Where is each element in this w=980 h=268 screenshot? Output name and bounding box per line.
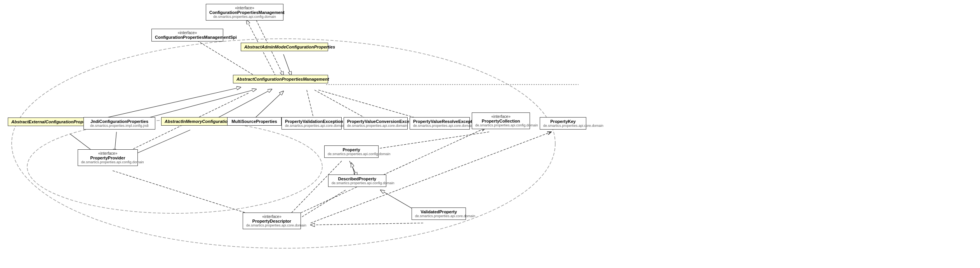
classname-prop-val-exc: PropertyValidationException bbox=[285, 119, 338, 124]
classname-described-property: DescribedProperty bbox=[332, 176, 383, 181]
stereotype-prop-collection: «interface» bbox=[475, 114, 526, 119]
svg-line-32 bbox=[283, 161, 342, 221]
stereotype-spi: «interface» bbox=[155, 31, 220, 35]
svg-line-31 bbox=[291, 128, 485, 217]
node-property: Property de.smartics.properties.api.conf… bbox=[324, 145, 379, 158]
node-prop-collection: «interface» PropertyCollection de.smarti… bbox=[472, 112, 530, 129]
package-prop-conv-exc: de.smartics.properties.api.core.domain bbox=[347, 124, 404, 128]
package-config-props-mgmt: de.smartics.properties.api.config.domain bbox=[209, 15, 280, 19]
package-prop-resolve-exc: de.smartics.properties.api.core.domain bbox=[413, 124, 466, 128]
diagram-container: «interface» ConfigurationPropertiesManag… bbox=[0, 0, 980, 268]
node-config-props-mgmt-spi: «interface» ConfigurationPropertiesManag… bbox=[151, 29, 223, 41]
classname-jndi: JndiConfigurationProperties bbox=[87, 119, 152, 124]
node-described-property: DescribedProperty de.smartics.properties… bbox=[328, 175, 386, 187]
classname-prop-collection: PropertyCollection bbox=[475, 119, 526, 123]
package-jndi: de.smartics.properties.impl.config.jndi bbox=[87, 124, 152, 128]
classname-prop-conv-exc: PropertyValueConversionException bbox=[347, 119, 404, 124]
svg-line-22 bbox=[295, 190, 346, 221]
node-prop-key: PropertyKey de.smartics.properties.api.c… bbox=[540, 117, 586, 130]
stereotype-config-props-mgmt: «interface» bbox=[209, 6, 280, 10]
classname-prop-provider: PropertyProvider bbox=[81, 156, 134, 160]
package-property: de.smartics.properties.api.config.domain bbox=[328, 152, 375, 156]
svg-line-6 bbox=[283, 54, 291, 76]
node-prop-descriptor: «interface» PropertyDescriptor de.smarti… bbox=[243, 213, 301, 229]
node-multisource: MultiSourceProperties bbox=[227, 117, 281, 126]
node-prop-validation-exc: PropertyValidationException de.smartics.… bbox=[281, 117, 342, 130]
package-prop-collection: de.smartics.properties.api.config.domain bbox=[475, 123, 526, 127]
classname-prop-key: PropertyKey bbox=[543, 119, 583, 124]
svg-line-20 bbox=[349, 161, 357, 176]
node-prop-provider: «interface» PropertyProvider de.smartics… bbox=[78, 149, 138, 166]
package-prop-val-exc: de.smartics.properties.api.core.domain bbox=[285, 124, 338, 128]
node-jndi: JndiConfigurationProperties de.smartics.… bbox=[83, 117, 155, 130]
classname-prop-descriptor: PropertyDescriptor bbox=[246, 219, 297, 223]
node-abstract-admin: AbstractAdminModeConfigurationProperties bbox=[241, 43, 328, 51]
node-validated-property: ValidatedProperty de.smartics.properties… bbox=[412, 207, 466, 220]
classname-property: Property bbox=[328, 147, 375, 152]
package-prop-key: de.smartics.properties.api.core.domain bbox=[543, 124, 583, 128]
package-described-property: de.smartics.properties.api.config.domain bbox=[332, 181, 383, 185]
node-prop-resolve-exc: PropertyValueResolveException de.smartic… bbox=[410, 117, 470, 130]
package-prop-provider: de.smartics.properties.api.config.domain bbox=[81, 160, 134, 164]
svg-line-23 bbox=[373, 132, 489, 149]
classname-abstract-config: AbstractConfigurationPropertiesManagemen… bbox=[236, 77, 325, 81]
classname-multisource: MultiSourceProperties bbox=[231, 119, 278, 124]
svg-line-26 bbox=[311, 223, 423, 225]
classname-config-props-mgmt: ConfigurationPropertiesManagement bbox=[209, 10, 280, 15]
classname-validated-property: ValidatedProperty bbox=[415, 209, 462, 214]
node-prop-conv-exc: PropertyValueConversionException de.smar… bbox=[344, 117, 408, 130]
package-validated-property: de.smartics.properties.api.core.domain bbox=[415, 214, 462, 218]
classname-prop-resolve-exc: PropertyValueResolveException bbox=[413, 119, 466, 124]
svg-point-3 bbox=[27, 120, 322, 213]
stereotype-prop-descriptor: «interface» bbox=[246, 214, 297, 219]
package-prop-descriptor: de.smartics.properties.api.core.domain bbox=[246, 223, 297, 227]
classname-spi: ConfigurationPropertiesManagementSpi bbox=[155, 35, 220, 40]
diagram-svg bbox=[0, 0, 980, 268]
node-abstract-config-mgmt: AbstractConfigurationPropertiesManagemen… bbox=[233, 75, 328, 83]
classname-abstract-admin: AbstractAdminModeConfigurationProperties bbox=[244, 45, 325, 49]
stereotype-prop-provider: «interface» bbox=[81, 151, 134, 156]
node-config-props-mgmt: «interface» ConfigurationPropertiesManag… bbox=[206, 4, 283, 21]
